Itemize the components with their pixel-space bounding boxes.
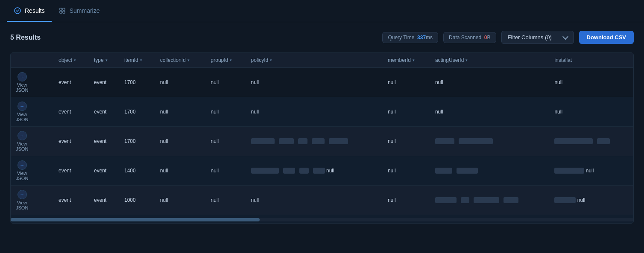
cell-memberid: null — [383, 68, 430, 97]
svg-rect-3 — [60, 11, 62, 13]
cell-itemid: 1700 — [119, 127, 155, 156]
view-json-cell: → ViewJSON — [11, 127, 53, 156]
blurred-value — [503, 197, 518, 203]
blurred-value — [554, 197, 576, 203]
col-header-type[interactable]: type ▾ — [89, 53, 119, 68]
tab-results[interactable]: Results — [7, 0, 52, 22]
col-header-object[interactable]: object ▾ — [53, 53, 89, 68]
cell-groupid: null — [206, 68, 246, 97]
scrollbar-track — [11, 218, 633, 221]
view-json-label: ViewJSON — [16, 200, 28, 210]
arrow-icon: → — [18, 160, 27, 170]
cell-memberid: null — [383, 156, 430, 186]
table-row: → ViewJSON event event 1700 null null nu… — [11, 97, 633, 127]
sort-icon-type: ▾ — [105, 58, 108, 62]
col-header-installat[interactable]: installat — [549, 53, 633, 68]
arrow-icon: → — [18, 131, 27, 140]
col-header-collectionid[interactable]: collectionId ▾ — [155, 53, 206, 68]
cell-memberid: null — [383, 127, 430, 156]
sort-icon-object: ▾ — [74, 58, 76, 62]
cell-type: event — [89, 68, 119, 97]
filter-columns-label: Filter Columns (0) — [508, 34, 552, 41]
svg-rect-4 — [63, 11, 65, 13]
cell-policyid-blurred: null — [246, 156, 383, 186]
cell-object: event — [53, 68, 89, 97]
blurred-value — [435, 168, 452, 174]
cell-type: event — [89, 156, 119, 186]
col-header-memberid[interactable]: memberId ▾ — [383, 53, 430, 68]
cell-collectionid: null — [155, 97, 206, 127]
blurred-value — [457, 168, 478, 174]
cell-actinguserid: null — [430, 97, 549, 127]
blurred-value — [459, 138, 493, 144]
chevron-down-icon — [562, 34, 568, 40]
table-row: → ViewJSON event event 1000 null null nu… — [11, 186, 633, 215]
cell-type: event — [89, 127, 119, 156]
toolbar: 5 Results Query Time 337ms Data Scanned … — [10, 31, 634, 44]
results-table: object ▾ type ▾ itemId ▾ — [11, 53, 633, 215]
tab-results-label: Results — [25, 7, 45, 14]
filter-columns-button[interactable]: Filter Columns (0) — [501, 31, 574, 44]
horizontal-scrollbar[interactable] — [11, 215, 633, 221]
blurred-value — [313, 168, 325, 174]
blurred-value — [283, 168, 295, 174]
view-json-button[interactable]: → ViewJSON — [16, 102, 28, 122]
col-header-groupid[interactable]: groupId ▾ — [206, 53, 246, 68]
cell-installat: null — [549, 97, 633, 127]
view-json-button[interactable]: → ViewJSON — [16, 72, 28, 93]
summarize-icon — [59, 7, 66, 15]
cell-groupid: null — [206, 186, 246, 215]
blurred-value — [554, 138, 593, 144]
cell-type: event — [89, 97, 119, 127]
blurred-value — [251, 138, 275, 144]
cell-type: event — [89, 186, 119, 215]
results-count: 5 Results — [10, 34, 41, 41]
cell-object: event — [53, 156, 89, 186]
cell-itemid: 1400 — [119, 156, 155, 186]
view-json-button[interactable]: → ViewJSON — [16, 160, 28, 181]
cell-collectionid: null — [155, 156, 206, 186]
cell-itemid: 1700 — [119, 68, 155, 97]
query-time-unit: ms — [426, 35, 433, 41]
blurred-value — [554, 168, 584, 174]
table-row: → ViewJSON event event 1700 null null nu… — [11, 68, 633, 97]
cell-object: event — [53, 127, 89, 156]
blurred-value — [279, 138, 294, 144]
col-header-itemid[interactable]: itemId ▾ — [119, 53, 155, 68]
main-content: 5 Results Query Time 337ms Data Scanned … — [0, 22, 644, 232]
cell-memberid: null — [383, 97, 430, 127]
blurred-value — [435, 138, 454, 144]
top-navigation: Results Summarize — [0, 0, 644, 22]
toolbar-right: Query Time 337ms Data Scanned 0B Filter … — [382, 31, 634, 44]
cell-installat-blurred: null — [549, 156, 633, 186]
blurred-value — [299, 168, 309, 174]
query-time-label: Query Time — [388, 35, 414, 41]
view-json-button[interactable]: → ViewJSON — [16, 190, 28, 210]
sort-icon-itemid: ▾ — [140, 58, 142, 62]
view-json-button[interactable]: → ViewJSON — [16, 131, 28, 151]
blurred-value — [474, 197, 499, 203]
download-csv-button[interactable]: Download CSV — [579, 31, 634, 44]
cell-groupid: null — [206, 127, 246, 156]
download-csv-label: Download CSV — [587, 34, 626, 41]
cell-object: event — [53, 186, 89, 215]
arrow-icon: → — [18, 102, 27, 111]
table-row: → ViewJSON event event 1700 null null — [11, 127, 633, 156]
view-json-label: ViewJSON — [16, 82, 28, 93]
cell-itemid: 1000 — [119, 186, 155, 215]
view-json-cell: → ViewJSON — [11, 156, 53, 186]
data-scanned-label: Data Scanned — [449, 35, 481, 41]
svg-rect-1 — [60, 8, 62, 10]
col-header-policyid[interactable]: policyId ▾ — [246, 53, 383, 68]
cell-installat: null — [549, 68, 633, 97]
tab-summarize[interactable]: Summarize — [52, 0, 107, 22]
arrow-icon: → — [18, 190, 27, 199]
results-icon — [14, 7, 21, 15]
col-header-actinguserid[interactable]: actingUserId ▾ — [430, 53, 549, 68]
view-json-label: ViewJSON — [16, 112, 28, 122]
results-table-container: object ▾ type ▾ itemId ▾ — [10, 52, 634, 224]
col-header-action — [11, 53, 53, 68]
blurred-value — [329, 138, 348, 144]
query-time-value: 337 — [417, 35, 426, 41]
view-json-label: ViewJSON — [16, 171, 28, 181]
